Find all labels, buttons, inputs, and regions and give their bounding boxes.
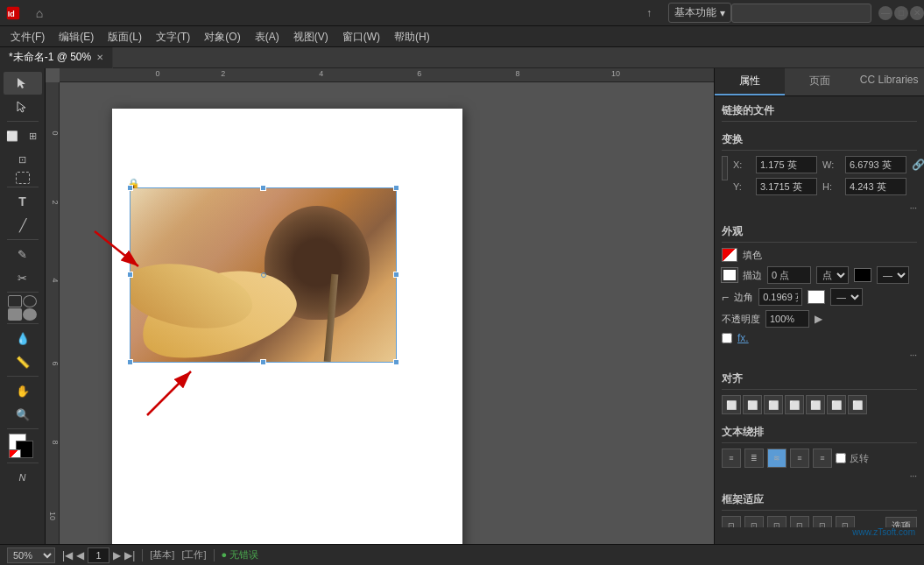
tab-document[interactable]: *未命名-1 @ 50% ✕ [0,47,113,68]
corner-style-select[interactable]: — [830,288,863,306]
zoom-select[interactable]: 50% 100% [7,547,55,563]
handle-bottom-mid[interactable] [260,359,266,365]
minimize-button[interactable]: — [878,6,892,20]
stroke-row: 描边 点 — [722,266,917,284]
handle-bottom-right[interactable] [393,359,399,365]
menu-file[interactable]: 文件(F) [4,26,52,47]
tab-close-icon[interactable]: ✕ [96,53,103,62]
stroke-label: 描边 [743,269,762,282]
stroke-input[interactable] [767,266,811,284]
menu-edit[interactable]: 编辑(E) [52,26,101,47]
close-button[interactable]: ✕ [910,6,924,20]
tool-ellipse-frame[interactable] [23,295,37,307]
image-frame[interactable]: 🔒 [130,187,397,363]
next-page-btn[interactable]: ▶ [113,549,121,561]
tool-zoom[interactable]: 🔍 [4,403,42,426]
upload-icon[interactable]: ↑ [638,3,659,24]
stroke-style-select[interactable]: — [877,266,909,284]
align-bottom[interactable]: ⬜ [827,395,846,414]
tool-hand[interactable]: ✋ [4,379,42,402]
color-swatches[interactable] [9,434,37,458]
align-distribute[interactable]: ⬜ [848,395,867,414]
corner-style-swatch[interactable] [808,290,825,304]
tool-rect[interactable] [8,308,22,321]
transform-more[interactable]: ··· [910,203,917,213]
app-icon: Id [0,0,26,26]
wrap-next-col[interactable]: ≡ [813,448,832,468]
tool-line[interactable]: ╱ [4,214,42,237]
tool-select[interactable] [4,72,42,95]
align-center-h[interactable]: ⬜ [743,395,762,414]
text-wrap-more[interactable]: ··· [910,471,917,481]
tool-scissors[interactable]: ✂ [4,266,42,289]
handle-top-right[interactable] [393,185,399,191]
handle-bottom-left[interactable] [127,359,133,365]
align-top[interactable]: ⬜ [785,395,804,414]
canvas-area[interactable]: 0 2 4 6 8 10 0 2 4 6 8 10 [46,68,714,544]
tool-rect-frame[interactable] [8,295,22,307]
align-center-v[interactable]: ⬜ [806,395,825,414]
align-left[interactable]: ⬜ [722,395,741,414]
appearance-more[interactable]: ··· [910,350,917,360]
opacity-arrow[interactable]: ▶ [815,313,822,325]
tool-content[interactable]: ⊡ [4,148,42,171]
panel-tab-properties[interactable]: 属性 [715,68,785,95]
fill-icon[interactable] [722,248,737,262]
status-mode2: [工作] [181,548,206,561]
handle-right-mid[interactable] [393,272,399,278]
handle-top-left[interactable] [127,185,133,191]
wrap-none[interactable]: ≡ [722,448,741,468]
menu-table[interactable]: 表(A) [248,26,286,47]
tool-type[interactable]: T [4,190,42,213]
reverse-label: 反转 [850,452,869,465]
menu-view[interactable]: 视图(V) [286,26,335,47]
last-page-btn[interactable]: ▶| [124,549,135,561]
tool-mode-normal[interactable]: N [4,466,42,489]
tool-direct-select[interactable] [4,95,42,118]
tool-frame[interactable] [16,172,30,184]
menu-text[interactable]: 文字(T) [149,26,197,47]
menu-layout[interactable]: 版面(L) [101,26,149,47]
search-input[interactable] [731,4,871,23]
page-input[interactable] [88,547,109,563]
w-input[interactable] [845,156,906,173]
reverse-checkbox[interactable] [836,453,846,463]
panel-tab-page[interactable]: 页面 [785,68,855,95]
wrap-jump[interactable]: ≡ [790,448,809,468]
wrap-rect[interactable]: ≣ [744,448,764,468]
stroke-unit-select[interactable]: 点 [816,266,849,284]
panel-tab-cc[interactable]: CC Libraries [854,68,924,95]
first-page-btn[interactable]: |◀ [62,549,73,561]
menu-help[interactable]: 帮助(H) [387,26,437,47]
fx-checkbox[interactable] [722,333,732,343]
tool-page[interactable]: ⬜ [3,124,22,147]
wrap-contour[interactable]: ≋ [767,448,786,468]
panel-tabs: 属性 页面 CC Libraries [715,68,924,96]
stroke-icon[interactable] [722,268,737,282]
tool-pencil[interactable]: ✎ [4,243,42,265]
transform-title: 变换 [722,132,917,151]
prev-page-btn[interactable]: ◀ [76,549,84,561]
section-align: 对齐 ⬜ ⬜ ⬜ ⬜ ⬜ ⬜ ⬜ [722,371,917,414]
fx-label[interactable]: fx. [737,332,749,344]
menu-window[interactable]: 窗口(W) [335,26,387,47]
workspace-selector[interactable]: 基本功能 ▾ [668,3,731,23]
maximize-button[interactable]: □ [894,6,908,20]
handle-left-mid[interactable] [127,272,133,278]
menu-object[interactable]: 对象(O) [197,26,247,47]
tool-ellipse[interactable] [23,308,37,321]
y-input[interactable] [756,178,817,195]
align-right[interactable]: ⬜ [764,395,783,414]
handle-top-mid[interactable] [260,185,266,191]
stroke-color-swatch[interactable] [854,268,871,282]
chain-icon[interactable]: 🔗 [912,159,924,171]
tool-eyedropper[interactable]: 💧 [4,327,42,350]
tool-gap[interactable]: ⊞ [23,124,42,147]
h-input[interactable] [845,178,906,195]
tool-measure[interactable]: 📏 [4,350,42,373]
x-input[interactable] [756,156,817,173]
home-icon[interactable]: ⌂ [26,0,53,26]
tool-pair-1: ⬜ ⊞ [3,124,42,147]
corner-input[interactable] [758,288,802,306]
opacity-input[interactable] [765,310,809,328]
